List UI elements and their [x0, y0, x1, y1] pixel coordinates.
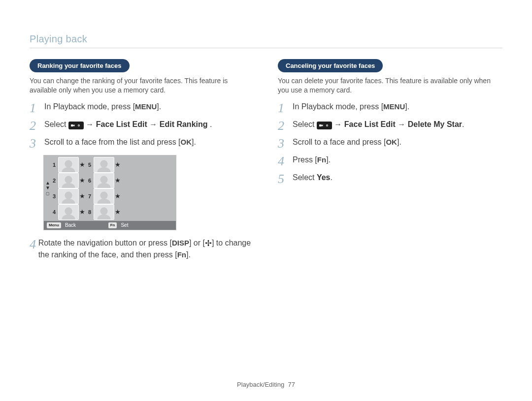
- left-step-2: 2 Select → Face List Edit → Edit Ranking…: [30, 119, 254, 132]
- svg-point-12: [98, 199, 111, 204]
- right-column: Canceling your favorite faces You can de…: [278, 59, 502, 265]
- star-icon: ★: [78, 208, 86, 216]
- figure-footer: Menu Back Fn Set: [44, 221, 176, 230]
- svg-point-4: [98, 167, 111, 172]
- face-thumb: [94, 188, 114, 204]
- step-number: 5: [278, 173, 293, 185]
- left-column: Ranking your favorite faces You can chan…: [30, 59, 254, 265]
- face-thumb: [58, 173, 79, 188]
- fn-key: Fn: [177, 249, 186, 261]
- intro-canceling: You can delete your favorite faces. This…: [278, 76, 502, 95]
- svg-point-7: [100, 176, 107, 183]
- scroll-arrows-icon: ▲▼▢: [45, 181, 51, 196]
- star-icon: ★: [78, 192, 86, 200]
- ok-key: OK: [181, 137, 192, 148]
- macro-icon: [205, 238, 212, 245]
- right-step-1: 1 In Playback mode, press [MENU].: [278, 101, 502, 115]
- menu-key: MENU: [383, 101, 405, 113]
- right-step-4: 4 Press [Fn].: [278, 154, 502, 168]
- svg-point-6: [62, 183, 75, 188]
- rank-cell: 5: [86, 162, 93, 168]
- rank-cell: 7: [86, 193, 93, 199]
- right-step-2: 2 Select → Face List Edit → Delete My St…: [278, 119, 502, 132]
- left-step-4: 4 Rotate the navigation button or press …: [30, 237, 254, 261]
- face-thumb: [94, 157, 114, 173]
- svg-point-5: [65, 176, 72, 183]
- svg-point-9: [65, 191, 72, 199]
- pill-ranking: Ranking your favorite faces: [30, 59, 130, 72]
- svg-rect-22: [319, 124, 322, 126]
- divider: [30, 48, 502, 48]
- svg-point-19: [208, 244, 209, 246]
- svg-point-11: [100, 191, 107, 199]
- svg-point-2: [62, 167, 75, 172]
- pill-canceling: Canceling your favorite faces: [278, 59, 383, 72]
- star-icon: ★: [114, 161, 122, 168]
- disp-key: DISP: [172, 238, 189, 249]
- star-icon: ★: [78, 161, 86, 168]
- svg-point-13: [65, 207, 72, 215]
- svg-point-8: [98, 183, 111, 188]
- rank-cell: 6: [86, 178, 93, 184]
- face-thumb: [58, 204, 79, 220]
- face-thumb: [94, 204, 114, 220]
- face-list-figure: ▲▼▢ 1 ★ 5 ★ 2 ★ 6 ★ 3: [43, 155, 176, 230]
- svg-point-10: [62, 199, 75, 204]
- footer-section: Playback/Editing: [237, 381, 284, 388]
- step-number: 2: [30, 120, 44, 132]
- step-number: 1: [278, 102, 293, 115]
- face-thumb: [94, 173, 114, 188]
- svg-point-14: [62, 215, 75, 219]
- page-footer: Playback/Editing 77: [0, 381, 532, 388]
- back-label: Back: [65, 222, 76, 228]
- step-number: 1: [30, 102, 44, 115]
- left-step-1: 1 In Playback mode, press [MENU].: [30, 101, 254, 115]
- step-number: 3: [30, 137, 44, 150]
- rank-cell: 8: [86, 209, 93, 215]
- section-heading: Playing back: [30, 33, 502, 45]
- rank-cell: 2: [51, 178, 58, 184]
- fn-key-badge: Fn: [108, 222, 117, 228]
- right-step-3: 3 Scroll to a face and press [OK].: [278, 136, 502, 150]
- intro-ranking: You can change the ranking of your favor…: [30, 76, 254, 95]
- video-settings-icon: [68, 122, 84, 129]
- rank-cell: 3: [51, 193, 58, 199]
- svg-point-17: [208, 242, 209, 244]
- star-icon: ★: [78, 177, 86, 184]
- face-thumb: [58, 157, 79, 173]
- fn-key: Fn: [317, 154, 326, 166]
- menu-key-badge: Menu: [47, 222, 61, 228]
- step-number: 2: [278, 120, 293, 132]
- rank-cell: 4: [51, 209, 58, 215]
- menu-key: MENU: [135, 101, 157, 113]
- svg-rect-0: [71, 124, 73, 126]
- right-step-5: 5 Select Yes.: [278, 172, 502, 185]
- svg-point-18: [208, 240, 209, 242]
- step-number: 4: [278, 155, 293, 168]
- ok-key: OK: [386, 137, 397, 148]
- rank-cell: 1: [51, 162, 58, 168]
- step-number: 4: [30, 238, 38, 251]
- star-icon: ★: [114, 177, 122, 184]
- step-number: 3: [278, 137, 293, 150]
- set-label: Set: [121, 222, 128, 228]
- face-thumb: [58, 188, 79, 204]
- svg-point-21: [209, 242, 211, 244]
- star-icon: ★: [114, 208, 122, 216]
- video-settings-icon: [317, 122, 332, 129]
- footer-page-number: 77: [288, 381, 295, 388]
- star-icon: ★: [114, 192, 122, 200]
- svg-point-20: [205, 242, 207, 244]
- svg-point-3: [100, 160, 107, 167]
- left-step-3: 3 Scroll to a face from the list and pre…: [30, 136, 254, 150]
- svg-point-1: [65, 160, 72, 167]
- svg-point-15: [100, 207, 107, 215]
- svg-point-16: [98, 215, 111, 219]
